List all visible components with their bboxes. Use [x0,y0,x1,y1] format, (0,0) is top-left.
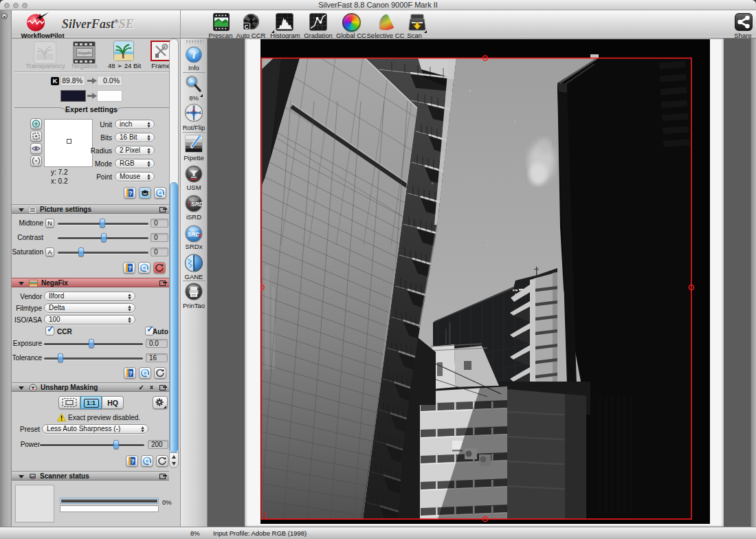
svg-text:?: ? [131,458,135,465]
svg-text:SRD: SRD [191,201,203,208]
svg-text:?: ? [129,370,133,377]
svg-text:?: ? [128,265,132,272]
svg-text:1: 1 [263,512,267,519]
svg-text:Expert settings: Expert settings [65,105,118,113]
svg-text:C: C [245,24,249,30]
svg-text:x: x [197,232,202,239]
svg-text:?: ? [129,190,133,197]
svg-text:N: N [192,105,194,109]
svg-text:W: W [186,111,190,115]
svg-text:E: E [199,111,201,115]
svg-text:S: S [192,118,194,121]
